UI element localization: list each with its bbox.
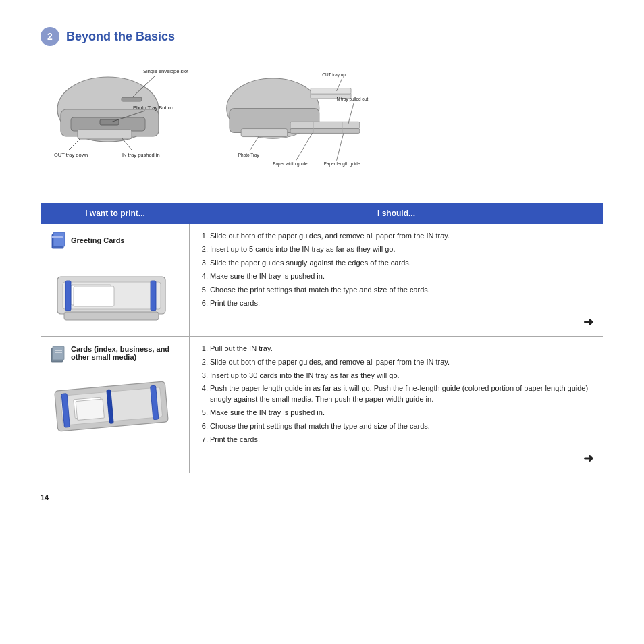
list-item: Slide out both of the paper guides, and … [210,231,593,242]
svg-text:Paper length guide: Paper length guide [324,161,360,167]
list-item: Slide out both of the paper guides, and … [210,357,593,368]
svg-rect-42 [64,312,159,320]
greeting-tray-svg [51,257,172,324]
list-item: Slide the paper guides snugly against th… [210,258,593,269]
diagrams-area: Single envelope slot Photo Tray Button O… [41,62,603,184]
arrow-row-2: ➜ [199,448,593,466]
left-cell-greeting: Greeting Cards [41,224,190,337]
list-item: Make sure the IN tray is pushed in. [210,408,593,419]
svg-rect-19 [290,129,360,134]
main-table: I want to print... I should... Greeting … [41,203,603,473]
greeting-cards-title: Greeting Cards [71,236,124,244]
greeting-instructions: Slide out both of the paper guides, and … [199,231,593,309]
svg-line-27 [250,137,259,151]
list-item: Print the cards. [210,435,593,446]
svg-text:Photo Tray Button: Photo Tray Button [133,105,173,111]
greeting-card-icon [51,231,65,250]
svg-rect-44 [53,346,64,360]
list-item: Make sure the IN tray is pushed in. [210,271,593,282]
list-item: Insert up to 30 cards into the IN tray a… [210,371,593,381]
right-cell-index: Pull out the IN tray. Slide out both of … [190,336,603,473]
svg-line-29 [296,133,313,160]
svg-rect-41 [151,281,156,311]
index-instructions: Pull out the IN tray. Slide out both of … [199,344,593,446]
table-row: Greeting Cards [41,224,603,337]
list-item: Print the cards. [210,298,593,309]
svg-rect-50 [76,399,104,420]
page-number: 14 [41,493,603,502]
svg-line-25 [348,103,354,124]
section-number: 2 [41,27,59,46]
svg-text:IN tray pulled out: IN tray pulled out [336,97,369,102]
diagram-left: Single envelope slot Photo Tray Button O… [41,62,189,170]
arrow-row-1: ➜ [199,312,593,329]
index-cards-title: Cards (index, business, and other small … [71,345,180,361]
svg-line-31 [337,133,344,160]
svg-text:Photo Tray: Photo Tray [238,153,260,158]
list-item: Insert up to 5 cards into the IN tray as… [210,244,593,255]
right-cell-greeting: Slide out both of the paper guides, and … [190,224,603,337]
svg-line-10 [69,138,81,150]
list-item: Push the paper length guide in as far as… [210,383,593,405]
left-cell-index: Cards (index, business, and other small … [41,336,190,473]
svg-rect-18 [290,122,360,128]
printer-right-svg: OUT tray up IN tray pulled out Photo Tra… [209,62,371,184]
list-item: Choose the print settings that match the… [210,285,593,296]
table-row: Cards (index, business, and other small … [41,336,603,473]
list-item: Choose the print settings that match the… [210,421,593,432]
printer-left-svg: Single envelope slot Photo Tray Button O… [41,62,189,170]
svg-rect-35 [51,236,63,238]
svg-rect-40 [65,281,71,311]
index-tray-svg [51,369,172,437]
section-title: Beyond the Basics [66,30,175,44]
svg-rect-39 [74,286,114,306]
svg-text:Single envelope slot: Single envelope slot [143,68,189,74]
svg-rect-34 [53,232,65,246]
list-item: Pull out the IN tray. [210,344,593,354]
col2-header: I should... [190,203,603,224]
diagram-right: OUT tray up IN tray pulled out Photo Tra… [209,62,371,184]
svg-text:IN tray pushed in: IN tray pushed in [122,152,160,158]
svg-rect-3 [78,130,132,139]
svg-text:Paper width guide: Paper width guide [273,161,308,167]
index-card-icon [51,344,65,363]
svg-text:OUT tray down: OUT tray down [54,152,88,158]
svg-rect-17 [311,88,351,95]
svg-rect-22 [241,129,288,137]
svg-rect-4 [122,97,142,101]
svg-text:OUT tray up: OUT tray up [322,72,346,78]
col1-header: I want to print... [41,203,190,224]
section-header: 2 Beyond the Basics [41,27,603,46]
